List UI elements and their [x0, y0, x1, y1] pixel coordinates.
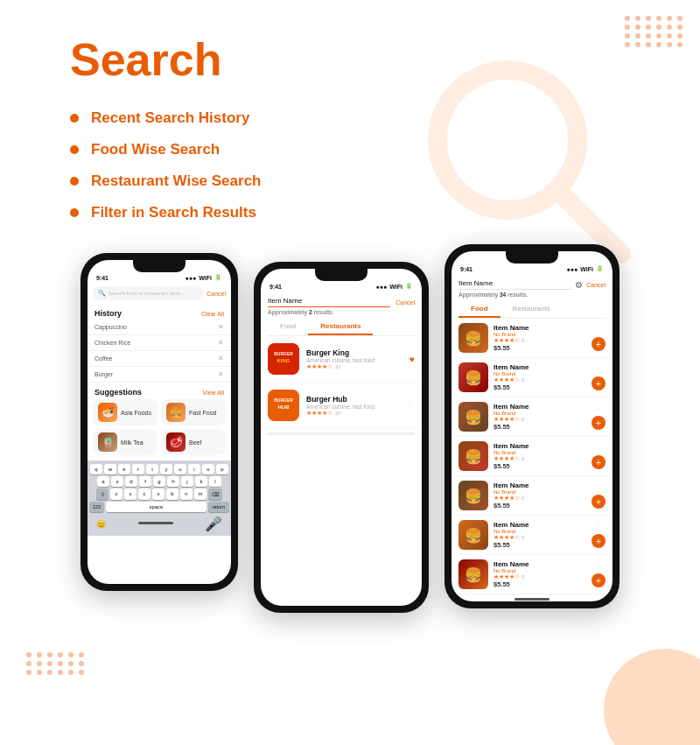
phone3-tab-food[interactable]: Food	[458, 301, 500, 318]
phone1-cancel-btn[interactable]: Cancel	[206, 291, 226, 297]
svg-text:KING: KING	[277, 358, 290, 363]
key-g[interactable]: g	[153, 476, 165, 487]
phone3-tab-restaurants[interactable]: Restaurants	[500, 301, 563, 318]
key-a[interactable]: a	[97, 476, 109, 487]
phone3-home-indicator	[514, 598, 550, 601]
phone3-food-list: 🍔 Item Name No Brand ★★★★☆ 0 $5.55 ♡ + 🍔…	[452, 319, 612, 594]
phone3-search-input[interactable]: Item Name	[458, 279, 571, 290]
food-item-1-add[interactable]: +	[592, 376, 606, 390]
phone2-restaurant-burger-hub: BURGER HUB Burger Hub American cuisine, …	[261, 383, 422, 429]
food-item-2-add[interactable]: +	[592, 416, 606, 430]
food-item-0-favorite[interactable]: ♡	[595, 325, 602, 334]
key-l[interactable]: l	[209, 476, 221, 487]
key-t[interactable]: t	[146, 464, 158, 474]
circle-decoration-br	[604, 649, 700, 745]
phone1-notch	[133, 260, 186, 272]
key-d[interactable]: d	[125, 476, 137, 487]
food-item-0-add[interactable]: +	[592, 337, 606, 351]
food-image-0: 🍔	[458, 323, 488, 353]
food-image-2: 🍔	[458, 402, 488, 432]
phone1-clear-all-btn[interactable]: Clear All	[201, 311, 224, 317]
phone2-tab-restaurants[interactable]: Restaurants	[308, 319, 373, 335]
microphone-icon[interactable]: 🎤	[205, 516, 222, 532]
phone1-suggestions-grid: 🍜 Asia Foods 🍔 Fast Food 🧋 Milk Tea 🥩 Be…	[88, 399, 231, 460]
food-item-5-add[interactable]: +	[592, 534, 606, 548]
suggestion-milk-tea[interactable]: 🧋 Milk Tea	[93, 429, 158, 455]
phone3-cancel-btn[interactable]: Cancel	[586, 282, 606, 288]
phone1-bottom-bar: 😊 🎤	[89, 514, 229, 534]
key-f[interactable]: f	[139, 476, 151, 487]
key-space[interactable]: space	[106, 502, 206, 512]
key-x[interactable]: x	[124, 488, 136, 500]
svg-text:BURGER: BURGER	[274, 351, 293, 356]
phone2-favorite-bk[interactable]: ♥	[410, 355, 415, 364]
food-image-3: 🍔	[458, 441, 488, 471]
key-shift[interactable]: ⇧	[96, 488, 108, 500]
phone2-cancel-btn[interactable]: Cancel	[396, 299, 415, 306]
food-item-4-favorite[interactable]: ♡	[595, 482, 602, 491]
history-item-coffee: Coffee ✕	[88, 351, 231, 367]
decorative-dots-bl	[26, 652, 86, 675]
key-o[interactable]: o	[202, 464, 214, 474]
key-q[interactable]: q	[90, 464, 102, 474]
key-w[interactable]: w	[104, 464, 116, 474]
key-j[interactable]: j	[181, 476, 193, 487]
phone3-food-item-4: 🍔 Item Name No Brand ★★★★☆ 0 $5.55 ♡ +	[452, 476, 612, 516]
key-v[interactable]: v	[152, 488, 164, 500]
food-item-3-add[interactable]: +	[592, 455, 606, 469]
suggestion-asia-foods[interactable]: 🍜 Asia Foods	[93, 399, 158, 425]
food-item-1-favorite[interactable]: ♡	[595, 364, 602, 373]
key-backspace[interactable]: ⌫	[208, 488, 222, 500]
key-r[interactable]: r	[132, 464, 144, 474]
phone3-search-row: Item Name ⚙ Cancel	[452, 274, 612, 292]
key-u[interactable]: u	[174, 464, 186, 474]
food-item-5-favorite[interactable]: ♡	[595, 522, 602, 531]
food-image-4: 🍔	[458, 481, 488, 510]
key-b[interactable]: b	[166, 488, 178, 500]
filter-icon[interactable]: ⚙	[575, 280, 583, 290]
key-p[interactable]: p	[216, 464, 228, 474]
phone1-view-all-btn[interactable]: View All	[203, 390, 224, 396]
food-item-3-favorite[interactable]: ♡	[595, 443, 602, 452]
phone3-results-count: Approximately 34 results.	[452, 292, 612, 301]
key-s[interactable]: s	[111, 476, 123, 487]
phone2-search-input[interactable]: Item Name	[268, 297, 390, 307]
key-n[interactable]: n	[180, 488, 192, 500]
food-item-6-add[interactable]: +	[592, 573, 606, 587]
suggestion-beef[interactable]: 🥩 Beef	[161, 429, 226, 455]
phone3-food-item-0: 🍔 Item Name No Brand ★★★★☆ 0 $5.55 ♡ +	[452, 319, 612, 358]
phone2-favorite-bh[interactable]: ♡	[407, 401, 415, 411]
svg-text:BURGER: BURGER	[274, 397, 293, 403]
phone3-food-item-1: 🍔 Item Name No Brand ★★★★☆ 0 $5.55 ♡ +	[452, 358, 612, 397]
history-item-cappuccino: Cappuccino ✕	[88, 320, 231, 335]
key-e[interactable]: e	[118, 464, 130, 474]
phone2-tab-food[interactable]: Food	[268, 319, 308, 335]
phone-3-food-results: 9:41 ●●● WiFi 🔋 Item Name ⚙ Cancel Appro…	[444, 244, 620, 608]
key-m[interactable]: m	[194, 488, 206, 500]
svg-text:HUB: HUB	[278, 404, 290, 410]
phone3-food-item-3: 🍔 Item Name No Brand ★★★★☆ 0 $5.55 ♡ +	[452, 437, 612, 476]
phone3-food-item-6: 🍔 Item Name No Brand ★★★★☆ 0 $5.55 ♡ +	[452, 555, 612, 594]
key-return[interactable]: return	[208, 502, 229, 512]
phones-container: 9:41 ●●● WiFi 🔋 🔍 Search food or restaur…	[0, 253, 700, 613]
suggestion-fast-food[interactable]: 🍔 Fast Food	[161, 399, 226, 425]
key-i[interactable]: i	[188, 464, 200, 474]
emoji-icon[interactable]: 😊	[96, 520, 106, 529]
search-icon: 🔍	[98, 290, 106, 297]
food-image-6: 🍔	[458, 559, 488, 589]
key-k[interactable]: k	[195, 476, 207, 487]
food-item-4-add[interactable]: +	[592, 495, 606, 509]
key-z[interactable]: z	[110, 488, 122, 500]
phone3-food-item-5: 🍔 Item Name No Brand ★★★★☆ 0 $5.55 ♡ +	[452, 516, 612, 555]
phone1-search-input[interactable]: 🔍 Search food or restaurant here...	[93, 286, 203, 300]
key-h[interactable]: h	[167, 476, 179, 487]
key-123[interactable]: 123	[89, 502, 104, 512]
key-y[interactable]: y	[160, 464, 172, 474]
food-item-2-favorite[interactable]: ♡	[595, 404, 602, 412]
key-c[interactable]: c	[138, 488, 150, 500]
phone1-search-bar: 🔍 Search food or restaurant here... Canc…	[93, 286, 226, 300]
burger-king-logo: BURGER KING	[268, 343, 299, 375]
burger-hub-logo: BURGER HUB	[268, 390, 299, 421]
food-item-6-favorite[interactable]: ♡	[595, 561, 602, 570]
phone2-notch	[315, 269, 368, 281]
